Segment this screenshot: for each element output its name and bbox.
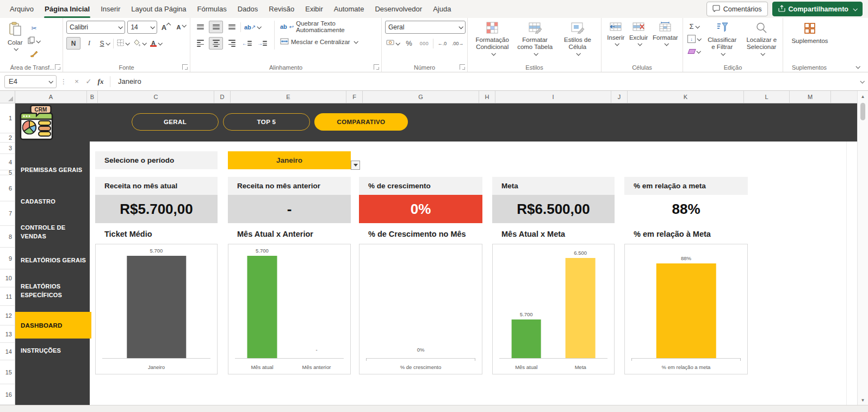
column-header-I[interactable]: I bbox=[495, 91, 611, 103]
dialog-launcher-icon[interactable] bbox=[374, 64, 379, 70]
collapse-ribbon-button[interactable] bbox=[855, 64, 860, 69]
menu-item-layout-da-página[interactable]: Layout da Página bbox=[126, 0, 191, 18]
cut-button[interactable]: ✂ bbox=[27, 22, 41, 34]
font-name-select[interactable]: Calibri bbox=[66, 21, 125, 34]
menu-item-inserir[interactable]: Inserir bbox=[95, 0, 126, 18]
bold-button[interactable]: N bbox=[66, 37, 80, 50]
row-header-3[interactable]: 3 bbox=[0, 143, 15, 154]
row-header-5[interactable]: 5 bbox=[0, 170, 15, 175]
addins-button[interactable]: Suplementos bbox=[786, 21, 833, 46]
menu-item-automate[interactable]: Automate bbox=[328, 0, 370, 18]
column-header-L[interactable]: L bbox=[744, 91, 790, 103]
align-left-button[interactable] bbox=[194, 38, 207, 49]
period-dropdown-button[interactable] bbox=[351, 161, 360, 170]
font-color-button[interactable]: A bbox=[149, 38, 163, 49]
menu-item-ajuda[interactable]: Ajuda bbox=[427, 0, 456, 18]
sidebar-item-instruções[interactable]: INSTRUÇÕES bbox=[15, 346, 90, 355]
cell-styles-button[interactable]: Estilos de Célula bbox=[556, 21, 599, 57]
sidebar-item-premissas-gerais[interactable]: PREMISSAS GERAIS bbox=[15, 165, 90, 174]
name-box[interactable]: E4 bbox=[4, 75, 57, 88]
autosum-button[interactable]: Σ bbox=[686, 21, 702, 32]
merge-center-button[interactable]: Mesclar e Centralizar bbox=[280, 36, 379, 48]
scrollbar-thumb[interactable] bbox=[860, 103, 865, 120]
scroll-up-icon[interactable]: ▲ bbox=[858, 94, 868, 99]
column-header-E[interactable]: E bbox=[231, 91, 346, 103]
increase-indent-button[interactable]: → bbox=[256, 38, 269, 49]
menu-item-fórmulas[interactable]: Fórmulas bbox=[192, 0, 232, 18]
sort-filter-button[interactable]: Classificar e Filtrar bbox=[704, 21, 741, 57]
row-header-12[interactable]: 12 bbox=[0, 306, 15, 325]
confirm-entry-button[interactable]: ✓ bbox=[83, 77, 95, 85]
row-header-8[interactable]: 8 bbox=[0, 226, 15, 248]
column-header-J[interactable]: J bbox=[611, 91, 628, 103]
italic-button[interactable]: I bbox=[83, 38, 96, 49]
formula-input[interactable]: Janeiro bbox=[118, 77, 141, 85]
row-header-7[interactable]: 7 bbox=[0, 201, 15, 226]
menu-item-dados[interactable]: Dados bbox=[232, 0, 264, 18]
underline-button[interactable]: S bbox=[98, 38, 111, 49]
orientation-button[interactable]: ab↗ bbox=[243, 21, 262, 33]
insert-cells-button[interactable]: Inserir bbox=[605, 21, 627, 47]
conditional-formatting-button[interactable]: Formatação Condicional bbox=[471, 21, 513, 57]
row-header-2[interactable]: 2 bbox=[0, 133, 15, 143]
delete-cells-button[interactable]: Excluir bbox=[627, 21, 650, 47]
align-bottom-button[interactable] bbox=[225, 21, 238, 33]
kpi-label[interactable]: Meta bbox=[492, 177, 615, 195]
font-size-select[interactable]: 14 bbox=[127, 21, 157, 34]
row-header-9[interactable]: 9 bbox=[0, 248, 15, 269]
row-header-4[interactable]: 4 bbox=[0, 154, 15, 170]
dialog-launcher-icon[interactable] bbox=[55, 64, 60, 70]
number-format-select[interactable]: Geral bbox=[385, 21, 466, 34]
row-header-10[interactable]: 10 bbox=[0, 269, 15, 287]
expand-formula-bar-button[interactable] bbox=[860, 79, 864, 83]
fill-color-button[interactable] bbox=[132, 38, 147, 49]
fill-button[interactable]: ↓ bbox=[686, 33, 702, 45]
decrease-font-button[interactable]: A bbox=[175, 22, 188, 33]
copy-button[interactable] bbox=[27, 35, 41, 47]
row-header-16[interactable]: 16 bbox=[0, 384, 15, 405]
horizontal-scrollbar-strip[interactable] bbox=[0, 405, 868, 412]
borders-button[interactable] bbox=[116, 38, 130, 49]
align-center-button[interactable] bbox=[209, 37, 223, 50]
kpi-label[interactable]: Receita no mês atual bbox=[95, 177, 218, 195]
column-header-M[interactable]: M bbox=[790, 91, 831, 103]
format-as-table-button[interactable]: Formatar como Tabela bbox=[513, 21, 556, 57]
wrap-text-button[interactable]: ab↩ Quebrar Texto Automaticamente bbox=[280, 21, 379, 33]
increase-decimal-button[interactable]: ←.0 bbox=[436, 38, 449, 49]
view-tab-geral[interactable]: GERAL bbox=[132, 113, 219, 131]
column-header-H[interactable]: H bbox=[479, 91, 495, 103]
cancel-entry-button[interactable]: × bbox=[71, 77, 83, 85]
row-header-6[interactable]: 6 bbox=[0, 175, 15, 201]
row-header-11[interactable]: 11 bbox=[0, 287, 15, 306]
kpi-label[interactable]: % em relação a meta bbox=[624, 177, 748, 195]
column-header-A[interactable]: A bbox=[15, 91, 87, 103]
kpi-label[interactable]: % de crescimento bbox=[359, 177, 482, 195]
column-header-C[interactable]: C bbox=[98, 91, 214, 103]
sidebar-item-relatórios-gerais[interactable]: RELATÓRIOS GERAIS bbox=[15, 256, 90, 265]
row-header-15[interactable]: 15 bbox=[0, 360, 15, 384]
sidebar-item-controle-de-vendas[interactable]: CONTROLE DE VENDAS bbox=[15, 223, 71, 241]
decrease-indent-button[interactable]: ← bbox=[240, 38, 253, 49]
period-selector-value[interactable]: Janeiro bbox=[228, 151, 351, 169]
scroll-down-icon[interactable]: ▼ bbox=[858, 398, 868, 403]
paste-button[interactable]: Colar bbox=[5, 21, 24, 52]
row-header-14[interactable]: 14 bbox=[0, 343, 15, 360]
format-painter-button[interactable] bbox=[27, 48, 41, 60]
column-header-B[interactable]: B bbox=[87, 91, 98, 103]
align-right-button[interactable] bbox=[225, 38, 238, 49]
increase-font-button[interactable]: A bbox=[159, 22, 172, 33]
kpi-label[interactable]: Receita no mês anterior bbox=[228, 177, 351, 195]
share-button[interactable]: Compartilhamento bbox=[772, 2, 863, 16]
dialog-launcher-icon[interactable] bbox=[460, 64, 465, 70]
view-tab-comparativo[interactable]: COMPARATIVO bbox=[314, 113, 408, 131]
row-header-13[interactable]: 13 bbox=[0, 325, 15, 343]
comments-button[interactable]: Comentários bbox=[706, 2, 768, 16]
sidebar-item-relatórios-específicos[interactable]: RELATÓRIOS ESPECÍFICOS bbox=[15, 282, 75, 299]
column-header-G[interactable]: G bbox=[363, 91, 479, 103]
insert-function-button[interactable]: fx bbox=[95, 77, 107, 86]
comma-style-button[interactable]: 000 bbox=[418, 38, 431, 49]
find-select-button[interactable]: Localizar e Selecionar bbox=[743, 21, 780, 57]
sidebar-item-dashboard[interactable]: DASHBOARD bbox=[15, 312, 91, 339]
accounting-format-button[interactable] bbox=[385, 38, 400, 49]
menu-item-arquivo[interactable]: Arquivo bbox=[4, 0, 39, 18]
